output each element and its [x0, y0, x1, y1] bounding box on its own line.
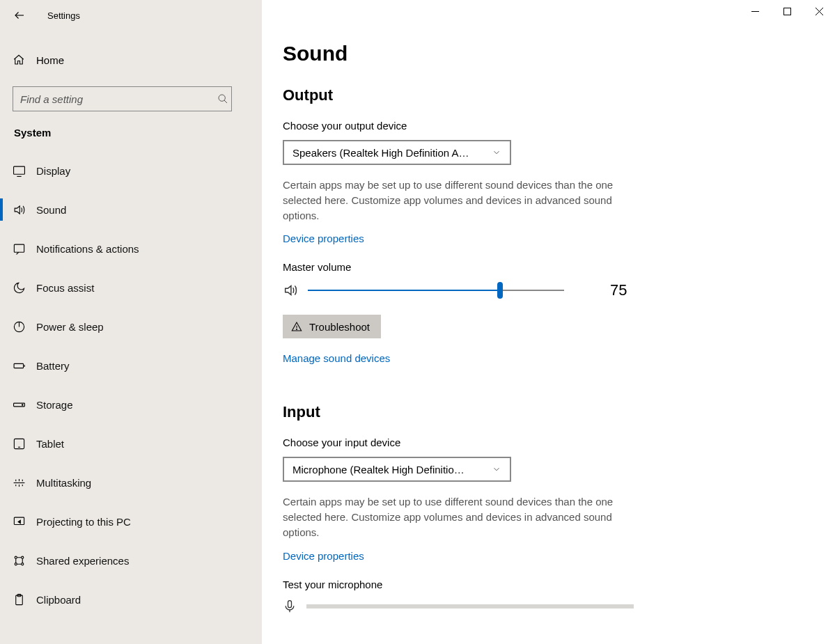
svg-rect-15	[783, 8, 790, 15]
sidebar-item-tablet[interactable]: Tablet	[13, 428, 249, 459]
input-device-properties-link[interactable]: Device properties	[283, 550, 364, 562]
sidebar-item-label: Multitasking	[36, 477, 91, 489]
search-input[interactable]	[13, 86, 232, 111]
input-device-selected: Microphone (Realtek High Definitio…	[292, 464, 465, 476]
master-volume-slider[interactable]	[308, 282, 564, 299]
input-heading: Input	[283, 403, 687, 421]
master-volume-value: 75	[610, 281, 627, 299]
multitasking-icon	[13, 476, 26, 489]
svg-point-11	[15, 563, 17, 565]
app-title: Settings	[47, 10, 80, 21]
microphone-level-bar	[306, 604, 634, 608]
home-label: Home	[36, 54, 64, 66]
sidebar-item-label: Notifications & actions	[36, 243, 139, 255]
sidebar-item-label: Clipboard	[36, 594, 81, 606]
sound-icon	[13, 203, 26, 217]
microphone-test-row	[283, 599, 687, 614]
microphone-icon	[283, 599, 297, 614]
nav-list: Display Sound Notifications & actions Fo…	[13, 155, 249, 615]
svg-point-16	[297, 329, 297, 330]
troubleshoot-button[interactable]: Troubleshoot	[283, 315, 381, 338]
sidebar-item-label: Storage	[36, 399, 73, 411]
sidebar-item-notifications[interactable]: Notifications & actions	[13, 233, 249, 264]
home-icon	[13, 54, 25, 66]
home-nav-item[interactable]: Home	[13, 45, 249, 75]
maximize-icon	[783, 8, 791, 15]
category-title: System	[13, 127, 249, 139]
maximize-button[interactable]	[771, 0, 803, 22]
sidebar-header: Settings	[0, 0, 262, 31]
window-controls	[739, 0, 835, 22]
close-icon	[816, 8, 823, 15]
chevron-down-icon	[492, 464, 501, 474]
svg-point-6	[22, 404, 23, 405]
sidebar-item-label: Sound	[36, 204, 66, 216]
svg-rect-1	[14, 166, 25, 174]
sidebar-item-clipboard[interactable]: Clipboard	[13, 584, 249, 615]
speaker-icon	[283, 283, 298, 298]
sidebar-item-projecting[interactable]: Projecting to this PC	[13, 506, 249, 537]
tablet-icon	[13, 437, 26, 450]
sidebar-item-battery[interactable]: Battery	[13, 350, 249, 381]
input-help-text: Certain apps may be set up to use differ…	[283, 494, 645, 540]
sidebar-item-label: Tablet	[36, 438, 64, 450]
output-device-selected: Speakers (Realtek High Definition A…	[292, 147, 469, 159]
minimize-icon	[751, 8, 759, 15]
page-title: Sound	[283, 42, 687, 65]
minimize-button[interactable]	[739, 0, 771, 22]
output-heading: Output	[283, 86, 687, 104]
sidebar-item-storage[interactable]: Storage	[13, 389, 249, 420]
output-device-properties-link[interactable]: Device properties	[283, 233, 364, 244]
output-choose-label: Choose your output device	[283, 120, 687, 132]
display-icon	[13, 164, 26, 178]
output-help-text: Certain apps may be set up to use differ…	[283, 178, 645, 223]
main-content: Sound Output Choose your output device S…	[262, 0, 835, 644]
moon-icon	[13, 281, 26, 294]
close-button[interactable]	[803, 0, 835, 22]
svg-rect-2	[14, 244, 24, 252]
sidebar-item-label: Projecting to this PC	[36, 516, 131, 528]
master-volume-row: 75	[283, 281, 687, 299]
manage-sound-devices-link[interactable]: Manage sound devices	[283, 352, 390, 364]
sidebar-item-label: Display	[36, 165, 70, 177]
sidebar-item-label: Battery	[36, 360, 70, 372]
sidebar-item-label: Power & sleep	[36, 321, 104, 333]
sidebar-item-display[interactable]: Display	[13, 155, 249, 186]
sidebar-item-shared-experiences[interactable]: Shared experiences	[13, 545, 249, 576]
sidebar-item-power-sleep[interactable]: Power & sleep	[13, 311, 249, 342]
projecting-icon	[13, 515, 26, 528]
storage-icon	[13, 398, 26, 411]
sidebar-item-focus-assist[interactable]: Focus assist	[13, 272, 249, 303]
clipboard-icon	[13, 593, 26, 606]
master-volume-label: Master volume	[283, 261, 687, 273]
test-microphone-label: Test your microphone	[283, 579, 687, 590]
sidebar-item-sound[interactable]: Sound	[13, 194, 249, 225]
input-choose-label: Choose your input device	[283, 437, 687, 448]
troubleshoot-label: Troubleshoot	[309, 321, 370, 333]
power-icon	[13, 320, 26, 333]
notifications-icon	[13, 242, 26, 256]
chevron-down-icon	[492, 148, 501, 157]
warning-icon	[291, 321, 302, 332]
svg-point-12	[22, 563, 24, 565]
sidebar-item-label: Shared experiences	[36, 555, 129, 567]
sidebar: Settings Home System Display Sound	[0, 0, 262, 644]
sidebar-item-label: Focus assist	[36, 282, 94, 294]
shared-experiences-icon	[13, 554, 26, 567]
output-device-dropdown[interactable]: Speakers (Realtek High Definition A…	[283, 140, 511, 165]
sidebar-item-multitasking[interactable]: Multitasking	[13, 467, 249, 498]
back-button[interactable]	[6, 1, 33, 29]
battery-icon	[13, 359, 26, 372]
svg-rect-4	[14, 363, 23, 368]
search-wrap	[13, 86, 249, 111]
input-device-dropdown[interactable]: Microphone (Realtek High Definitio…	[283, 457, 511, 482]
svg-point-9	[15, 556, 17, 558]
svg-rect-17	[288, 600, 292, 607]
svg-point-10	[22, 556, 24, 558]
arrow-left-icon	[13, 9, 26, 22]
